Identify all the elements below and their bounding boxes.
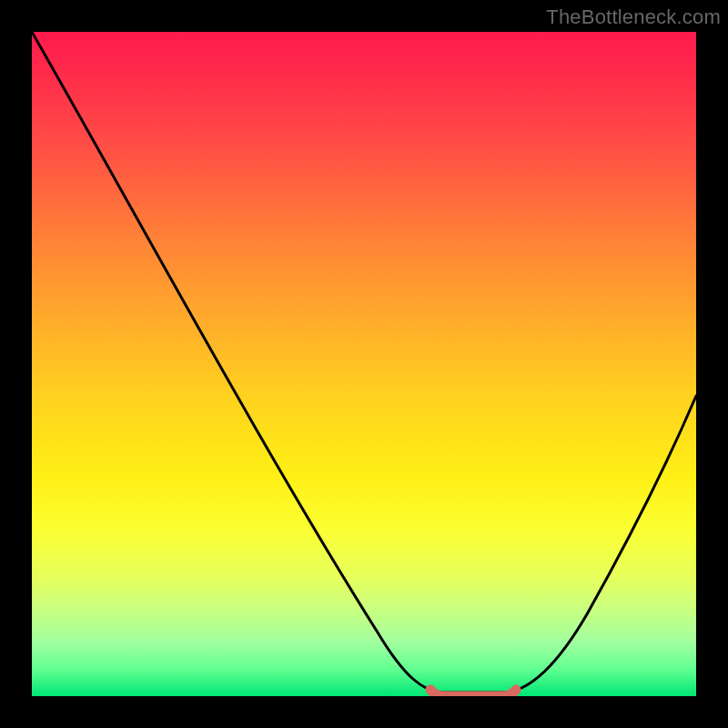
bottleneck-curve-path (32, 32, 696, 693)
gradient-plot-area (32, 32, 696, 696)
flat-minimum-marker (430, 690, 516, 696)
curve-svg (32, 32, 696, 696)
watermark-text: TheBottleneck.com (546, 5, 721, 29)
chart-frame: TheBottleneck.com (0, 0, 728, 728)
